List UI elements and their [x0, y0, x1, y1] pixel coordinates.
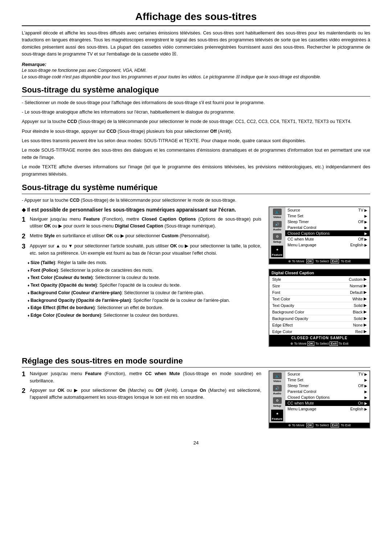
analogique-p1: - Sélectionner un mode de sous-titrage p… [22, 99, 370, 106]
sidebar2-video: 📺 Video [273, 373, 282, 383]
tv-row-sleep: Sleep Timer Off ▶ [285, 219, 369, 225]
sourdine-section: 1 Naviguer jusqu'au menu Feature (Foncti… [22, 370, 370, 433]
bullet-edge-color: Edge Color (Couleur de bordure): Sélecti… [28, 312, 261, 319]
sourdine-left: 1 Naviguer jusqu'au menu Feature (Foncti… [22, 370, 261, 433]
tv-footer-2: ⊕ To Move OK To Select Exit To Exit [269, 423, 369, 428]
tv-menu-box-1: 📺 Video 🔊 Audio ⚙ Setup ★ Feature [269, 206, 370, 264]
tv-row-source: Source TV ▶ [285, 207, 369, 213]
sidebar2-audio: 🔊 Audio [273, 385, 282, 395]
sourdine-step-2-content: Appuyer sur OK ou ▶ pour sélectionner On… [30, 387, 261, 401]
sidebar2-setup-label: Setup [273, 404, 281, 407]
dcc-menu-box: Digital Closed Caption Style Custom ▶ Si… [269, 269, 370, 347]
page-number: 24 [22, 440, 370, 446]
tv-sidebar-1: 📺 Video 🔊 Audio ⚙ Setup ★ Feature [269, 207, 285, 259]
step-3: 3 Appuyer sur ▲ ou ▼ pour sélectionner l… [22, 243, 261, 257]
step-3-content: Appuyer sur ▲ ou ▼ pour sélectionner l'a… [30, 243, 261, 257]
bullet-size: Size (Taille): Régler la taille des mots… [28, 259, 261, 266]
dcc-row-font: Font Default ▶ [269, 289, 369, 296]
dcc-row-edge-effect: Edge Effect None ▶ [269, 322, 369, 328]
sidebar-audio-label: Audio [273, 228, 281, 231]
analogique-p4: Pour éteindre le sous-titrage, appuyer s… [22, 128, 370, 135]
analogique-p7: Le mode TEXTE affiche diverses informati… [22, 164, 370, 178]
sidebar-feature-label: Feature [272, 253, 282, 257]
sidebar-video-label: Video [273, 216, 281, 219]
tv-sidebar-2: 📺 Video 🔊 Audio ⚙ Setup ★ Feature [269, 371, 285, 423]
bullet-bg-color: Background Color (Couleur d'arrière-plan… [28, 290, 261, 296]
dcc-row-size: Size Normal ▶ [269, 283, 369, 289]
bullet-text-opacity: Text Opacity (Opacité du texte): Spécifi… [28, 282, 261, 289]
dcc-row-text-color: Text Color White ▶ [269, 296, 369, 302]
step-3-num: 3 [22, 243, 28, 257]
numerique-left: Il est possible de personnaliser les sou… [22, 206, 261, 351]
dcc-row-style: Style Custom ▶ [269, 276, 369, 283]
sidebar-video: 📺 Video [273, 209, 282, 219]
sourdine-right: 📺 Video 🔊 Audio ⚙ Setup ★ Feature [269, 370, 370, 433]
diamond-bullet: Il est possible de personnaliser les sou… [22, 206, 261, 214]
section-sourdine-title: Réglage des sous-titres en mode sourdine [22, 356, 370, 368]
sidebar2-setup: ⚙ Setup [273, 397, 282, 407]
sourdine-step-2: 2 Appuyer sur OK ou ▶ pour sélectionner … [22, 387, 261, 401]
remarque-line-2: Le sous-titrage codé n'est pas disponibl… [22, 74, 370, 80]
analogique-p5: Les sous-titres transmis peuvent être lu… [22, 138, 370, 144]
analogique-p2: - Le sous-titrage analogique affiche les… [22, 109, 370, 116]
tv2-row-sleep: Sleep Timer Off ▶ [285, 383, 369, 389]
sourdine-step-1-content: Naviguer jusqu'au menu Feature (Fonction… [30, 370, 261, 385]
step-1-num: 1 [22, 216, 28, 230]
sourdine-step-1: 1 Naviguer jusqu'au menu Feature (Foncti… [22, 370, 261, 385]
tv2-row-source: Source TV ▶ [285, 371, 369, 377]
numerique-intro: - Appuyer sur la touche CCD (Sous-titrag… [22, 197, 370, 204]
remarque-title: Remarque: [22, 62, 370, 67]
tv-row-cc-options: Closed Caption Options ▶ [285, 230, 369, 236]
section-analogique-title: Sous-titrage du système analogique [22, 85, 370, 97]
tv-menu-box-2: 📺 Video 🔊 Audio ⚙ Setup ★ Feature [269, 370, 370, 428]
sidebar2-feature: ★ Feature [271, 410, 283, 421]
page-title: Affichage des sous-titres [22, 11, 370, 26]
sidebar-setup: ⚙ Setup [273, 233, 282, 243]
tv2-row-cc-mute: CC when Mute On ▶ [285, 400, 369, 406]
analogique-p6: Le mode SOUS-TITRAGE montre des sous-tit… [22, 147, 370, 161]
dcc-header: Digital Closed Caption [269, 270, 369, 276]
sidebar2-feature-label: Feature [272, 417, 282, 420]
sidebar-setup-label: Setup [273, 240, 281, 243]
dcc-row-text-opacity: Text Opacity Solid ▶ [269, 302, 369, 309]
dcc-row-bg-opacity: Background Opacity Solid ▶ [269, 315, 369, 322]
step-1-content: Naviguer jusqu'au menu Feature (Fonction… [30, 216, 261, 230]
step-2-num: 2 [22, 233, 28, 241]
sidebar-feature: ★ Feature [271, 246, 283, 257]
intro-paragraph: L'appareil décode et affiche les sous-ti… [22, 30, 370, 58]
remarque-line-1: Le sous-titrage ne fonctionne pas avec C… [22, 67, 370, 74]
numerique-two-col: Il est possible de personnaliser les sou… [22, 206, 370, 351]
section-numerique-title: Sous-titrage du système numérique [22, 183, 370, 194]
bullet-font: Font (Police): Sélectionner la police de… [28, 267, 261, 274]
numerique-right: 📺 Video 🔊 Audio ⚙ Setup ★ Feature [269, 206, 370, 351]
dcc-sample-bar: CLOSED CAPTION SAMPLE [269, 335, 369, 341]
remarque-block: Remarque: Le sous-titrage ne fonctionne … [22, 62, 370, 80]
bullet-bg-opacity: Background Opacity (Opacité de l'arrière… [28, 297, 261, 304]
sidebar2-video-label: Video [273, 379, 281, 383]
sourdine-step-1-num: 1 [22, 370, 28, 385]
step-2-content: Mettre Style en surbrillance et utiliser… [30, 233, 261, 241]
tv-menu-content-2: Source TV ▶ Time Set ▶ Sleep Timer Off ▶… [285, 371, 369, 423]
dcc-footer: ⊕ To Move OK To Select Exit To Exit [269, 341, 369, 346]
tv-footer-1: ⊕ To Move OK To Select Exit To Exit [269, 259, 369, 264]
bullet-edge-effect: Edge Effect (Effet de bordure): Sélectio… [28, 304, 261, 311]
dcc-row-bg-color: Background Color Black ▶ [269, 309, 369, 315]
tv2-row-timeset: Time Set ▶ [285, 377, 369, 383]
tv-row-lang: Menu Language English ▶ [285, 242, 369, 248]
tv2-row-cc-options: Closed Caption Options ▶ [285, 394, 369, 400]
bullet-text-color: Text Color (Couleur du texte): Sélection… [28, 274, 261, 281]
tv-row-cc-mute: CC when Mute Off ▶ [285, 236, 369, 242]
analogique-p3: Appuyer sur la touche CCD (Sous-titrage)… [22, 118, 370, 125]
tv-menu-content-1: Source TV ▶ Time Set ▶ Sleep Timer Off ▶… [285, 207, 369, 259]
sourdine-step-2-num: 2 [22, 387, 28, 401]
sidebar-audio: 🔊 Audio [273, 221, 282, 231]
step-1: 1 Naviguer jusqu'au menu Feature (Foncti… [22, 216, 261, 230]
tv2-row-parental: Parental Control ▶ [285, 389, 369, 394]
tv-row-parental: Parental Control ▶ [285, 225, 369, 230]
sidebar2-audio-label: Audio [273, 392, 281, 395]
tv-row-timeset: Time Set ▶ [285, 213, 369, 219]
step-2: 2 Mettre Style en surbrillance et utilis… [22, 233, 261, 241]
tv2-row-lang: Menu Language English ▶ [285, 406, 369, 412]
dcc-row-edge-color: Edge Color Red ▶ [269, 328, 369, 335]
